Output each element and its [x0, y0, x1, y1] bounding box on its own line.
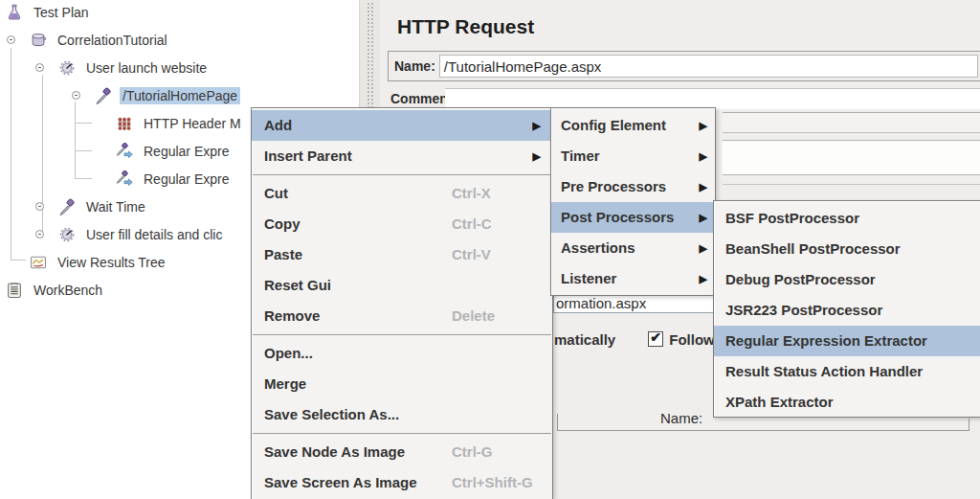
menu-item-debug-postprocessor[interactable]: Debug PostProcessor: [714, 264, 980, 295]
menu-item-regular-expression-extractor[interactable]: Regular Expression Extractor: [714, 326, 980, 356]
tree-item-label: Regular Expre: [141, 143, 233, 160]
menu-item-label: Listener: [561, 270, 616, 286]
menu-item-label: Merge: [264, 375, 306, 392]
header-manager-icon: [116, 115, 134, 132]
menu-item-timer[interactable]: Timer▶: [551, 141, 715, 171]
timer-icon: [58, 198, 77, 215]
tree-item-user-launch-website[interactable]: User launch website: [0, 54, 359, 81]
menu-item-label: Reset Gui: [264, 277, 331, 293]
name-row: Name: /TutorialHomePage.aspx: [388, 51, 980, 81]
menu-item-add[interactable]: Add▶: [252, 110, 552, 141]
menu-item-reset-gui[interactable]: Reset Gui: [252, 270, 552, 301]
name-label: Name:: [391, 58, 439, 74]
menu-item-label: Remove: [264, 307, 320, 324]
menu-separator: [252, 171, 552, 178]
tree-item-correlationtutorial[interactable]: CorrelationTutorial: [0, 26, 359, 54]
menu-item-result-status-action-handler[interactable]: Result Status Action Handler: [714, 356, 980, 387]
submenu-arrow-icon: ▶: [700, 233, 707, 263]
menu-item-copy[interactable]: CopyCtrl-C: [252, 209, 552, 239]
tree-item-label: CorrelationTutorial: [55, 32, 170, 49]
menu-item-listener[interactable]: Listener▶: [551, 263, 715, 294]
controller-icon: [58, 226, 77, 243]
parameters-name-header: Name:: [660, 410, 702, 426]
form-divider: [723, 184, 980, 185]
tree-expander-icon[interactable]: [7, 35, 30, 44]
menu-item-label: Add: [264, 117, 292, 133]
form-divider: [723, 112, 980, 113]
menu-item-label: Open...: [264, 345, 313, 361]
menu-item-shortcut: Ctrl-G: [452, 437, 493, 467]
redirect-options-row: matically Follow: [554, 329, 715, 350]
tree-expander-icon[interactable]: [35, 63, 58, 72]
form-divider: [723, 132, 980, 133]
tree-item-test-plan[interactable]: Test Plan: [0, 0, 359, 26]
menu-item-label: Regular Expression Extractor: [725, 332, 927, 349]
tree-item-label: /TutorialHomePage: [120, 87, 240, 104]
menu-item-merge[interactable]: Merge: [252, 369, 552, 399]
menu-item-post-processors[interactable]: Post Processors▶: [551, 202, 715, 233]
tree-item-label: View Results Tree: [55, 254, 168, 271]
menu-item-shortcut: Ctrl-C: [452, 209, 492, 239]
submenu-arrow-icon: ▶: [533, 110, 541, 141]
menu-item-label: BeanShell PostProcessor: [725, 240, 901, 257]
menu-item-config-element[interactable]: Config Element▶: [551, 110, 715, 141]
parameters-table-border: [969, 419, 969, 431]
menu-item-beanshell-postprocessor[interactable]: BeanShell PostProcessor: [714, 234, 980, 264]
jmeter-window: Test PlanCorrelationTutorialUser launch …: [0, 0, 980, 499]
menu-item-label: BSF PostProcessor: [725, 210, 859, 226]
form-divider: [723, 174, 980, 175]
tree-expander-icon[interactable]: [72, 91, 95, 100]
submenu-arrow-icon: ▶: [700, 263, 707, 294]
menu-item-label: Cut: [264, 185, 288, 201]
menu-item-bsf-postprocessor[interactable]: BSF PostProcessor: [714, 203, 980, 234]
menu-item-open[interactable]: Open...: [252, 338, 552, 369]
submenu-arrow-icon: ▶: [700, 171, 707, 202]
menu-item-assertions[interactable]: Assertions▶: [551, 233, 715, 263]
menu-item-jsr223-postprocessor[interactable]: JSR223 PostProcessor: [714, 295, 980, 326]
menu-item-label: JSR223 PostProcessor: [725, 302, 882, 318]
menu-separator: [252, 331, 552, 338]
submenu-arrow-icon: ▶: [700, 141, 707, 171]
context-menu: Add▶Insert Parent▶CutCtrl-XCopyCtrl-CPas…: [251, 107, 553, 499]
menu-item-label: Config Element: [561, 117, 666, 133]
name-input[interactable]: /TutorialHomePage.aspx: [439, 55, 978, 78]
menu-item-cut[interactable]: CutCtrl-X: [252, 178, 552, 209]
menu-item-save-selection-as[interactable]: Save Selection As...: [252, 399, 552, 430]
menu-item-label: Paste: [264, 246, 302, 262]
flask-icon: [6, 4, 24, 21]
menu-item-label: Insert Parent: [264, 147, 352, 164]
tree-expander-icon[interactable]: [35, 202, 58, 211]
menu-item-xpath-extractor[interactable]: XPath Extractor: [714, 387, 980, 418]
menu-item-label: XPath Extractor: [725, 394, 834, 410]
tree-item-label: WorkBench: [31, 282, 105, 299]
form-field-strip: [723, 141, 980, 174]
follow-redirects-checkbox[interactable]: [648, 331, 663, 347]
panel-title: HTTP Request: [397, 15, 534, 38]
menu-item-remove[interactable]: RemoveDelete: [252, 301, 552, 331]
tree-item-label: Test Plan: [31, 4, 92, 21]
tree-item-label: Regular Expre: [141, 170, 233, 188]
follow-redirects-label: Follow: [669, 331, 715, 348]
post-processors-submenu: BSF PostProcessorBeanShell PostProcessor…: [713, 200, 980, 418]
tree-expander-icon[interactable]: [35, 230, 58, 238]
menu-item-label: Copy: [264, 215, 301, 232]
add-submenu: Config Element▶Timer▶Pre Processors▶Post…: [550, 107, 716, 296]
menu-item-shortcut: Ctrl+Shift-G: [452, 467, 533, 498]
comments-input[interactable]: [445, 88, 980, 109]
menu-item-label: Result Status Action Handler: [725, 363, 923, 379]
regex-extractor-icon: [116, 143, 134, 160]
tree-item-label: HTTP Header M: [141, 115, 244, 132]
threadgroup-icon: [30, 32, 48, 49]
menu-item-label: Save Selection As...: [264, 406, 399, 422]
menu-item-label: Save Node As Image: [264, 443, 405, 460]
menu-item-save-screen-as-image[interactable]: Save Screen As ImageCtrl+Shift-G: [252, 467, 552, 498]
menu-item-label: Pre Processors: [561, 178, 666, 194]
menu-item-paste[interactable]: PasteCtrl-V: [252, 239, 552, 270]
menu-item-pre-processors[interactable]: Pre Processors▶: [551, 171, 715, 202]
menu-item-insert-parent[interactable]: Insert Parent▶: [252, 141, 552, 171]
menu-item-shortcut: Ctrl-V: [452, 239, 491, 270]
workbench-icon: [6, 282, 24, 299]
tree-item-tutorialhomepage[interactable]: /TutorialHomePage: [0, 81, 359, 109]
submenu-arrow-icon: ▶: [700, 202, 707, 233]
menu-item-save-node-as-image[interactable]: Save Node As ImageCtrl-G: [252, 437, 552, 467]
